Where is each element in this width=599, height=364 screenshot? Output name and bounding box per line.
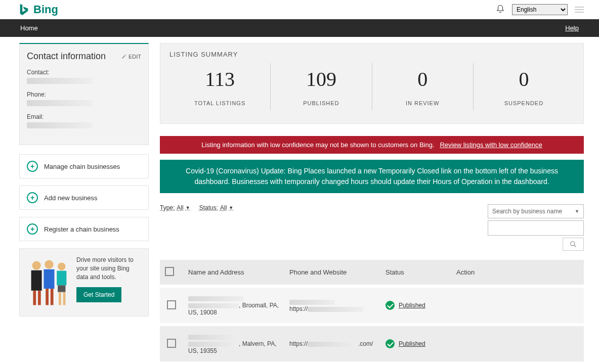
svg-rect-10	[58, 285, 65, 292]
stat-published: 109 PUBLISHED	[270, 63, 371, 110]
email-label: Email:	[27, 113, 141, 120]
phone-label: Phone:	[27, 91, 141, 98]
promo-text: Drive more visitors to your site using B…	[76, 256, 141, 281]
cell-phone-website: https://.com/	[284, 325, 380, 361]
stat-total: 113 TOTAL LISTINGS	[169, 63, 270, 110]
caret-down-icon: ▼	[575, 209, 579, 214]
cell-phone-website: https://	[284, 286, 380, 325]
table-row: , Malvern, PA, US, 19355 https://.com/ P…	[160, 325, 584, 361]
plus-icon: +	[27, 192, 38, 203]
cell-name-address: , Malvern, PA, US, 19355	[183, 325, 284, 361]
nav-bar: Home Help	[0, 19, 599, 37]
row-checkbox[interactable]	[167, 300, 176, 309]
people-illustration-icon	[27, 256, 70, 309]
contact-card: Contact information EDIT Contact: Phone:…	[19, 43, 149, 145]
pencil-icon	[121, 54, 126, 59]
svg-rect-2	[33, 291, 36, 305]
search-input[interactable]	[488, 220, 584, 236]
type-filter[interactable]: Type: All ▼	[160, 204, 190, 211]
svg-rect-3	[38, 291, 41, 305]
status-cell: Published	[386, 339, 446, 348]
svg-rect-9	[57, 271, 66, 286]
sidebar: Contact information EDIT Contact: Phone:…	[19, 43, 149, 361]
status-link[interactable]: Published	[399, 340, 425, 347]
cell-action	[451, 286, 584, 325]
svg-point-13	[571, 242, 575, 246]
th-phone: Phone and Website	[284, 260, 380, 286]
svg-rect-5	[44, 269, 54, 289]
table-row: , Broomall, PA, US, 19008 https:// Publi…	[160, 286, 584, 325]
top-bar: Bing English	[0, 0, 599, 19]
low-confidence-alert: Listing information with low confidence …	[160, 136, 584, 154]
nav-help[interactable]: Help	[565, 24, 579, 32]
email-value-redacted	[27, 122, 93, 128]
main-content: LISTING SUMMARY 113 TOTAL LISTINGS 109 P…	[160, 43, 584, 361]
row-checkbox[interactable]	[167, 339, 176, 348]
status-cell: Published	[386, 301, 446, 310]
edit-contact-button[interactable]: EDIT	[121, 54, 141, 60]
select-all-checkbox[interactable]	[165, 267, 174, 276]
cell-action	[451, 325, 584, 361]
promo-card: Drive more visitors to your site using B…	[19, 248, 149, 316]
stat-in-review: 0 IN REVIEW	[372, 63, 473, 110]
svg-line-14	[574, 245, 576, 247]
listing-summary: LISTING SUMMARY 113 TOTAL LISTINGS 109 P…	[160, 43, 584, 124]
covid-alert: Covid-19 (Coronavirus) Update: Bing Plac…	[160, 160, 584, 193]
contact-value-redacted	[27, 78, 93, 84]
notifications-icon[interactable]	[496, 5, 505, 15]
check-icon	[386, 339, 395, 348]
contact-label: Contact:	[27, 69, 141, 76]
th-name: Name and Address	[183, 260, 284, 286]
svg-rect-11	[59, 292, 61, 305]
language-select[interactable]: English	[512, 4, 568, 15]
search-field-select[interactable]: Search by business name ▼	[488, 204, 584, 218]
svg-rect-1	[31, 270, 42, 291]
manage-chain-button[interactable]: + Manage chain businesses	[19, 154, 149, 178]
caret-down-icon: ▼	[229, 205, 233, 210]
brand-text: Bing	[33, 3, 58, 16]
filters-row: Type: All ▼ Status: All ▼ Search by busi…	[160, 204, 584, 251]
plus-icon: +	[27, 161, 38, 172]
search-icon	[570, 241, 577, 248]
summary-title: LISTING SUMMARY	[169, 51, 574, 58]
register-chain-button[interactable]: + Register a chain business	[19, 217, 149, 241]
check-icon	[386, 301, 395, 310]
search-button[interactable]	[563, 238, 584, 251]
menu-icon[interactable]	[575, 7, 584, 13]
search-box: Search by business name ▼	[488, 204, 584, 251]
svg-point-8	[58, 262, 65, 270]
th-status: Status	[380, 260, 451, 286]
contact-title: Contact information	[27, 51, 106, 62]
svg-point-0	[32, 261, 41, 270]
svg-point-4	[45, 260, 53, 269]
bing-logo[interactable]: Bing	[18, 3, 58, 16]
nav-home[interactable]: Home	[20, 24, 38, 32]
svg-rect-7	[51, 289, 54, 305]
review-listings-link[interactable]: Review listings with low confidence	[440, 141, 542, 149]
phone-value-redacted	[27, 100, 93, 106]
status-link[interactable]: Published	[399, 302, 425, 309]
plus-icon: +	[27, 223, 38, 235]
listings-table: Name and Address Phone and Website Statu…	[160, 260, 584, 361]
th-action: Action	[451, 260, 584, 286]
status-filter[interactable]: Status: All ▼	[199, 204, 234, 211]
caret-down-icon: ▼	[186, 205, 190, 210]
svg-rect-6	[46, 289, 49, 305]
top-right-controls: English	[496, 4, 584, 15]
svg-rect-12	[63, 292, 66, 305]
add-business-button[interactable]: + Add new business	[19, 186, 149, 210]
stat-suspended: 0 SUSPENDED	[473, 63, 574, 110]
get-started-button[interactable]: Get Started	[76, 287, 121, 302]
bing-logo-icon	[18, 3, 29, 16]
cell-name-address: , Broomall, PA, US, 19008	[183, 286, 284, 325]
